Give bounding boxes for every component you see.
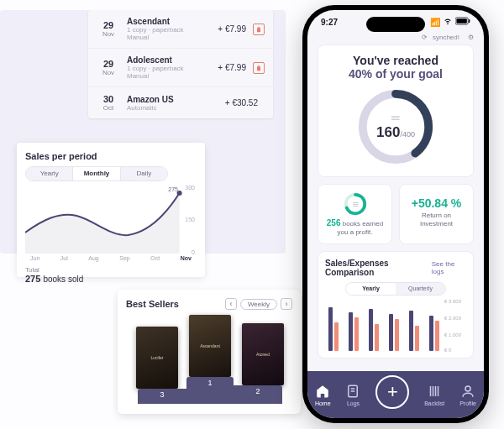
book-cover[interactable]: Ascendant: [189, 315, 231, 377]
sync-status: synched!: [433, 34, 459, 41]
tab-quarterly[interactable]: Quarterly: [396, 283, 445, 295]
chart-callout: 275: [168, 186, 178, 192]
add-button[interactable]: +: [375, 375, 409, 409]
line-chart: 300 150 0 275: [25, 186, 197, 254]
transaction-row[interactable]: 29Nov Ascendant1 copy · paperbackManual …: [88, 10, 273, 49]
sync-icon[interactable]: ⟳: [422, 34, 428, 41]
tab-yearly[interactable]: Yearly: [26, 167, 73, 180]
bar-chart: € 3.000 € 2.000 € 1.000 € 0: [325, 301, 466, 351]
goal-ring: 𝄘 160/400: [354, 86, 437, 168]
next-button[interactable]: ›: [281, 298, 292, 310]
comparison-card: Sales/Expenses Comparison See the logs Y…: [318, 251, 474, 358]
delete-icon[interactable]: [253, 24, 265, 35]
battery-icon: [455, 17, 470, 27]
tab-monthly[interactable]: Monthly: [73, 167, 120, 180]
tab-backlist[interactable]: Backlist: [424, 384, 444, 406]
tx-source: Manual: [127, 34, 218, 41]
transaction-row[interactable]: 29Nov Adolescent1 copy · paperbackManual…: [88, 49, 273, 87]
see-logs-link[interactable]: See the logs: [432, 260, 466, 275]
svg-rect-2: [456, 18, 466, 24]
tx-title: Ascendant: [127, 17, 218, 26]
wifi-icon: [443, 17, 453, 27]
tab-yearly[interactable]: Yearly: [346, 283, 396, 295]
tx-day: 29: [103, 20, 113, 30]
period-selector[interactable]: Weekly: [240, 299, 277, 310]
tab-daily[interactable]: Daily: [121, 167, 167, 180]
goal-card: You've reached 40% of your goal 𝄘 160/40…: [318, 44, 474, 177]
tab-profile[interactable]: Profile: [459, 384, 476, 406]
goal-line1: You've reached: [353, 54, 438, 67]
tab-home[interactable]: Home: [315, 384, 331, 406]
tx-amount: + €7.99: [218, 24, 246, 34]
gear-icon[interactable]: ⚙: [468, 34, 474, 41]
transaction-row[interactable]: 30Oct Amazon USAutomatic + €30.52: [88, 87, 273, 118]
status-time: 9:27: [321, 18, 338, 27]
svg-rect-3: [469, 19, 470, 23]
card-title: Best Sellers: [126, 299, 179, 309]
card-title: Sales per period: [25, 151, 197, 161]
roi-value: +50.84 %: [407, 196, 466, 210]
sales-per-period-card: Sales per period Yearly Monthly Daily 30…: [17, 143, 205, 277]
rank-pedestal: 2: [234, 385, 282, 404]
best-sellers-card: Best Sellers ‹ Weekly › Lucifer Ascendan…: [118, 290, 301, 414]
transactions-list: 29Nov Ascendant1 copy · paperbackManual …: [88, 10, 273, 118]
book-cover[interactable]: Lucifer: [136, 327, 178, 389]
roi-label: Return on Investment: [407, 212, 466, 228]
tab-bar: Home Logs + Backlist Profile: [307, 371, 484, 418]
period-segmented-control[interactable]: Yearly Monthly Daily: [25, 166, 168, 181]
delete-icon[interactable]: [253, 62, 265, 74]
svg-point-10: [465, 386, 470, 391]
tx-month: Nov: [102, 30, 114, 38]
prev-button[interactable]: ‹: [225, 298, 237, 310]
podium: Lucifer Ascendant Atoned 3 1 2: [126, 315, 292, 404]
rank-pedestal: 1: [186, 377, 234, 404]
svg-text:𝄘: 𝄘: [353, 201, 359, 208]
tx-subtitle: 1 copy · paperback: [127, 26, 218, 34]
card-title: Sales/Expenses Comparison: [325, 259, 432, 277]
rank-pedestal: 3: [138, 389, 186, 404]
phone-notch: [366, 17, 425, 32]
period-segmented-control[interactable]: Yearly Quarterly: [345, 282, 446, 296]
phone-mockup: 9:27 📶 ⟳ synched! ⚙ You've reached 40% o…: [302, 5, 489, 423]
books-icon: 𝄘: [391, 112, 400, 124]
signal-icon: 📶: [430, 18, 440, 27]
total-label: Total: [25, 266, 39, 274]
book-cover[interactable]: Atoned: [242, 323, 284, 385]
tab-logs[interactable]: Logs: [345, 384, 360, 406]
profit-card[interactable]: 𝄘 256 books earned you a profit.: [318, 184, 392, 244]
roi-card[interactable]: +50.84 % Return on Investment: [399, 184, 474, 244]
